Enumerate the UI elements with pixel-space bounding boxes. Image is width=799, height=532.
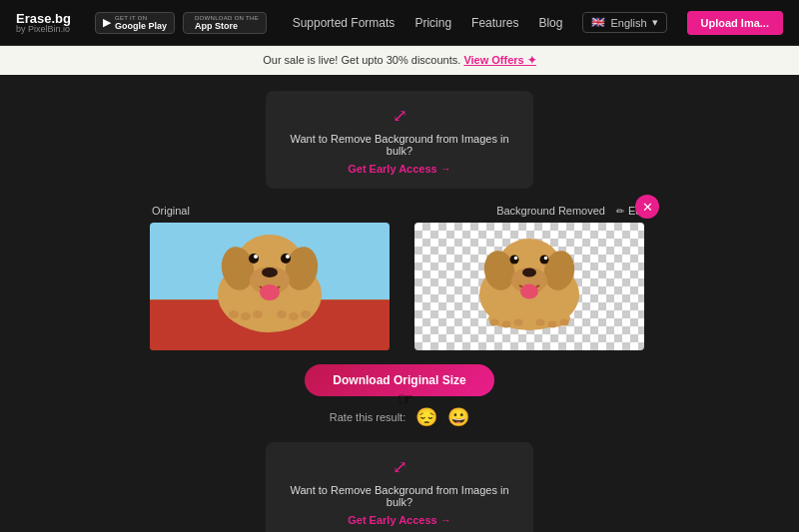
svg-point-25 xyxy=(522,268,536,277)
google-play-text: GET IT ON Google Play xyxy=(115,15,167,31)
svg-point-14 xyxy=(229,310,239,318)
original-label: Original xyxy=(150,205,395,217)
lang-label: English xyxy=(610,17,646,29)
svg-point-7 xyxy=(249,254,259,264)
logo-text: Erase.bg xyxy=(16,12,71,25)
bulk-title-top: Want to Remove Background from Images in… xyxy=(290,133,509,157)
main-content: ⤢ Want to Remove Background from Images … xyxy=(0,75,799,532)
original-image xyxy=(150,223,390,350)
logo-sub: by PixelBin.io xyxy=(16,25,71,34)
edit-icon: ✏ xyxy=(616,206,624,217)
app-store-badge[interactable]: Download on the App Store xyxy=(183,12,267,34)
navbar-center: Supported Formats Pricing Features Blog … xyxy=(293,11,783,35)
svg-point-6 xyxy=(262,267,278,277)
bulk-cta-top[interactable]: Get Early Access → xyxy=(290,163,509,175)
svg-point-17 xyxy=(277,310,287,318)
image-panels: Original xyxy=(150,205,649,350)
removed-image xyxy=(414,223,644,350)
google-play-badge[interactable]: ▶ GET IT ON Google Play xyxy=(95,12,175,34)
nav-blog[interactable]: Blog xyxy=(538,16,562,30)
svg-point-19 xyxy=(301,310,311,318)
svg-point-18 xyxy=(289,312,299,320)
google-play-icon: ▶ xyxy=(103,16,111,29)
bulk-banner-top: ⤢ Want to Remove Background from Images … xyxy=(266,91,533,189)
svg-point-35 xyxy=(514,319,523,326)
svg-point-10 xyxy=(286,255,290,259)
svg-point-26 xyxy=(510,256,519,265)
removed-panel: Background Removed ✏ Edit xyxy=(404,205,649,350)
promo-link[interactable]: View Offers ✦ xyxy=(463,54,535,66)
removed-label: Background Removed xyxy=(496,205,605,217)
rate-text: Rate this result: xyxy=(330,411,405,423)
upload-button[interactable]: Upload Ima... xyxy=(687,11,783,35)
promo-banner: Our sale is live! Get upto 30% discounts… xyxy=(0,46,799,75)
language-selector[interactable]: 🇬🇧 English ▾ xyxy=(582,12,666,33)
comparison-container: ✕ Original xyxy=(150,205,649,350)
happy-emoji[interactable]: 😀 xyxy=(447,406,469,428)
svg-point-36 xyxy=(536,319,545,326)
navbar: Erase.bg by PixelBin.io ▶ GET IT ON Goog… xyxy=(0,0,799,46)
nav-pricing[interactable]: Pricing xyxy=(414,16,451,30)
svg-point-27 xyxy=(540,256,549,265)
nav-features[interactable]: Features xyxy=(471,16,518,30)
svg-point-15 xyxy=(241,312,251,320)
flag-icon: 🇬🇧 xyxy=(591,16,605,29)
download-section: Download Original Size ☞ Rate this resul… xyxy=(305,364,493,428)
svg-point-30 xyxy=(520,284,538,299)
bulk-icon-top: ⤢ xyxy=(290,105,509,127)
removed-label-wrap: Background Removed ✏ Edit xyxy=(404,205,649,217)
svg-point-34 xyxy=(502,321,511,328)
chevron-down-icon: ▾ xyxy=(652,16,658,29)
navbar-left: Erase.bg by PixelBin.io ▶ GET IT ON Goog… xyxy=(16,12,267,34)
logo-block: Erase.bg by PixelBin.io xyxy=(16,12,71,34)
sad-emoji[interactable]: 😔 xyxy=(415,406,437,428)
svg-point-37 xyxy=(548,321,557,328)
dog-original-svg xyxy=(150,223,390,350)
download-btn-wrapper: Download Original Size ☞ xyxy=(305,364,493,396)
bulk-banner-bottom: ⤢ Want to Remove Background from Images … xyxy=(266,442,533,532)
dog-removed-svg xyxy=(414,223,644,350)
svg-point-28 xyxy=(514,257,518,261)
svg-point-16 xyxy=(253,310,263,318)
bulk-cta-bottom[interactable]: Get Early Access → xyxy=(290,514,509,526)
svg-point-38 xyxy=(560,319,569,326)
original-panel: Original xyxy=(150,205,395,350)
close-button[interactable]: ✕ xyxy=(635,195,659,219)
bulk-title-bottom: Want to Remove Background from Images in… xyxy=(290,484,509,508)
cursor-icon: ☞ xyxy=(398,388,413,410)
promo-text: Our sale is live! Get upto 30% discounts… xyxy=(263,54,460,66)
svg-point-11 xyxy=(260,284,280,300)
close-icon: ✕ xyxy=(642,200,653,215)
svg-point-33 xyxy=(490,319,499,326)
nav-supported-formats[interactable]: Supported Formats xyxy=(293,16,396,30)
svg-point-9 xyxy=(254,255,258,259)
app-store-badges: ▶ GET IT ON Google Play Download on the … xyxy=(95,12,267,34)
bulk-icon-bottom: ⤢ xyxy=(290,456,509,478)
svg-point-29 xyxy=(544,257,548,261)
app-store-text: Download on the App Store xyxy=(195,15,259,31)
svg-point-8 xyxy=(281,254,291,264)
